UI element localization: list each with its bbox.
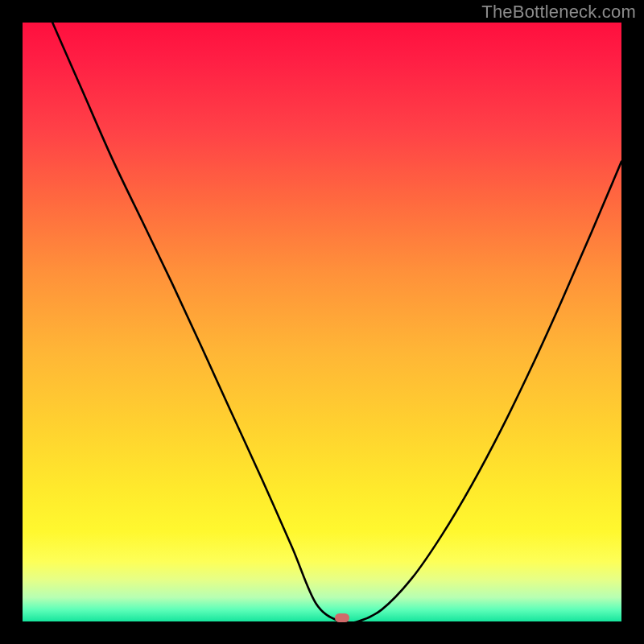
watermark-text: TheBottleneck.com: [481, 2, 636, 23]
optimum-marker: [335, 613, 349, 622]
bottleneck-curve: [52, 23, 621, 621]
curve-plot: [23, 23, 621, 621]
chart-frame: TheBottleneck.com: [0, 0, 644, 644]
